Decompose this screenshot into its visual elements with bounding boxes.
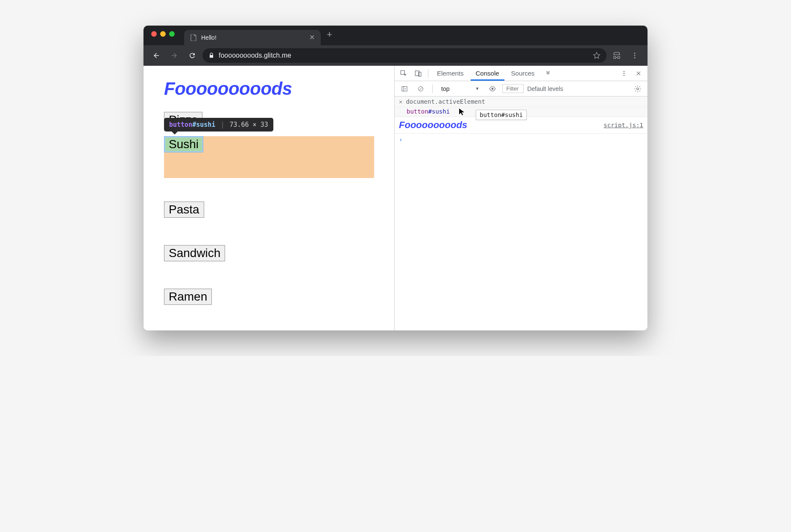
console-log-source-link[interactable]: script.js:1	[604, 122, 643, 129]
remove-expression-button[interactable]: ✕	[399, 98, 402, 105]
filter-input[interactable]	[502, 84, 524, 93]
devtools-panel: Elements Console Sources	[395, 66, 647, 330]
forward-button[interactable]	[167, 48, 182, 63]
inspect-element-button[interactable]	[397, 67, 410, 80]
element-hover-tooltip: button#sushi	[476, 110, 527, 120]
url-text: fooooooooods.glitch.me	[219, 52, 589, 59]
tooltip-dimensions: 73.66 × 33	[229, 121, 268, 129]
close-tab-button[interactable]: ✕	[309, 34, 315, 41]
address-bar[interactable]: fooooooooods.glitch.me	[202, 48, 606, 63]
tooltip-tag: button	[169, 121, 192, 129]
more-tabs-button[interactable]	[542, 67, 554, 80]
svg-rect-9	[402, 86, 407, 91]
minimize-window-button[interactable]	[160, 31, 166, 37]
console-log-message: Fooooooooods	[399, 120, 604, 131]
cursor-icon	[459, 108, 465, 116]
console-sidebar-toggle[interactable]	[398, 82, 411, 95]
browser-tab[interactable]: Hello! ✕	[184, 30, 321, 45]
pasta-button[interactable]: Pasta	[164, 202, 204, 218]
svg-point-12	[637, 88, 639, 90]
divider	[428, 69, 428, 78]
close-window-button[interactable]	[151, 31, 157, 37]
svg-point-7	[624, 73, 624, 73]
close-devtools-button[interactable]	[632, 67, 645, 80]
lock-icon	[208, 53, 214, 58]
log-levels-dropdown[interactable]: Default levels	[527, 85, 563, 92]
svg-point-1	[634, 55, 636, 56]
live-expression-result[interactable]: button#sushi button#sushi	[395, 107, 647, 117]
console-settings-button[interactable]	[631, 82, 644, 95]
devtools-menu-button[interactable]	[618, 67, 630, 80]
prompt-chevron-icon: ›	[399, 136, 402, 143]
window-controls	[151, 31, 175, 37]
element-inspector-tooltip: button#sushi | 73.66 × 33	[164, 118, 273, 132]
context-value: top	[441, 85, 449, 92]
toolbar: fooooooooods.glitch.me	[144, 45, 647, 66]
maximize-window-button[interactable]	[169, 31, 175, 37]
device-toolbar-button[interactable]	[412, 67, 425, 80]
sandwich-button[interactable]: Sandwich	[164, 245, 225, 261]
result-id: #sushi	[428, 108, 450, 115]
devtools-tabbar: Elements Console Sources	[395, 66, 647, 81]
reload-button[interactable]	[185, 48, 200, 63]
svg-point-6	[624, 71, 624, 72]
console-toolbar: top ▼ Default levels	[395, 81, 647, 96]
ramen-button[interactable]: Ramen	[164, 289, 212, 305]
svg-point-11	[492, 88, 494, 90]
context-selector[interactable]: top ▼	[438, 83, 483, 94]
page-heading: Fooooooooods	[164, 79, 374, 99]
star-icon[interactable]	[593, 52, 601, 59]
page-icon	[190, 34, 197, 41]
tab-sources[interactable]: Sources	[506, 66, 540, 81]
tab-elements[interactable]: Elements	[432, 66, 469, 81]
live-expression-text[interactable]: document.activeElement	[406, 98, 485, 105]
chrome-window: Hello! ✕ + fooooooooods.glitch.me	[144, 26, 647, 330]
incognito-icon[interactable]	[609, 51, 624, 60]
divider	[432, 85, 433, 93]
tab-title: Hello!	[201, 34, 305, 41]
live-expression-row: ✕ document.activeElement	[395, 96, 647, 107]
svg-point-0	[634, 53, 636, 54]
menu-button[interactable]	[627, 52, 642, 59]
page-pane: Fooooooooods Pizza button#sushi | 73.66 …	[144, 66, 395, 330]
chevron-down-icon: ▼	[475, 86, 479, 91]
console-prompt[interactable]: ›	[395, 134, 647, 146]
result-tag: button	[407, 108, 428, 115]
new-tab-button[interactable]: +	[321, 29, 338, 40]
titlebar: Hello! ✕ +	[144, 26, 647, 45]
content-area: Fooooooooods Pizza button#sushi | 73.66 …	[144, 66, 647, 330]
svg-point-2	[634, 57, 636, 58]
live-expression-button[interactable]	[486, 82, 499, 95]
svg-point-8	[624, 75, 624, 76]
tooltip-separator: |	[220, 121, 224, 129]
tab-console[interactable]: Console	[471, 66, 504, 81]
back-button[interactable]	[149, 48, 164, 63]
tooltip-id: #sushi	[192, 121, 215, 129]
sushi-button[interactable]: Sushi	[164, 136, 203, 152]
clear-console-button[interactable]	[414, 82, 427, 95]
